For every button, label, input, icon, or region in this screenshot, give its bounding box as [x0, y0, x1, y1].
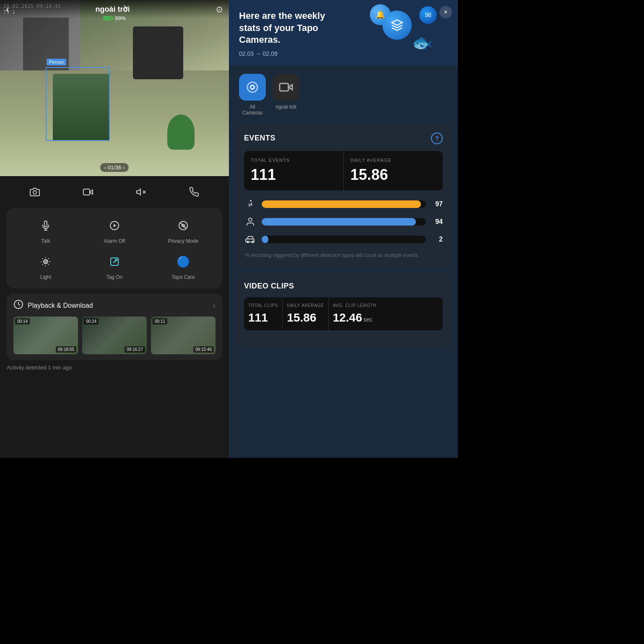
- camera-title: ngoài trời: [96, 5, 130, 14]
- person-bar-row: 97: [244, 198, 443, 210]
- user-icon: [244, 216, 257, 228]
- user-count: 94: [431, 218, 443, 226]
- total-events-value: 111: [251, 166, 337, 184]
- svg-point-26: [251, 85, 254, 89]
- phone-icon: [186, 184, 203, 200]
- weekly-stats-header: × 🔔 ✉ 🐟 Here are the weekly stats of you…: [229, 0, 458, 65]
- tag-on-icon: [105, 252, 124, 271]
- stats-title: Here are the weekly stats of your Tapo C…: [239, 10, 348, 46]
- avg-length-cell: AVG. CLIP LENGTH 12.46sec: [328, 297, 381, 330]
- svg-line-16: [42, 258, 43, 259]
- cam-option-all[interactable]: AllCameras: [239, 74, 266, 116]
- left-panel: Person 10.02.2025 09:19:43 TS i ‹ ngoài …: [0, 0, 229, 458]
- all-cameras-icon: [239, 74, 266, 101]
- svg-marker-1: [90, 190, 93, 194]
- car-bar-fill: [262, 236, 268, 243]
- thumbnail-3[interactable]: 00:11 09:15:46: [151, 317, 216, 354]
- total-events-cell: TOTAL EVENTS 111: [244, 151, 343, 190]
- events-section: EVENTS ? TOTAL EVENTS 111 DAILY AVERAGE …: [236, 124, 451, 267]
- fish-decoration: 🐟: [412, 33, 433, 52]
- svg-line-17: [48, 264, 49, 265]
- daily-avg-cell: DAILY AVERAGE 15.86: [343, 151, 443, 190]
- svg-marker-25: [392, 20, 402, 26]
- playback-arrow[interactable]: ›: [213, 301, 216, 310]
- light-label: Light: [40, 274, 51, 280]
- cam-option-ngoai-troi[interactable]: ngoài trời: [273, 74, 299, 116]
- record-button[interactable]: [80, 184, 96, 200]
- svg-marker-9: [114, 224, 116, 227]
- action-alarm[interactable]: Alarm Off: [82, 216, 147, 244]
- person-count: 97: [431, 200, 443, 208]
- controls-bar: [0, 176, 229, 208]
- talk-icon: [36, 216, 55, 235]
- action-tapo-care[interactable]: 🔵 Tapo Care: [151, 252, 216, 280]
- action-privacy[interactable]: Privacy Mode: [151, 216, 216, 244]
- thumbnail-2[interactable]: 00:24 09:16:27: [82, 317, 147, 354]
- events-title: EVENTS: [244, 134, 275, 143]
- tag-on-label: Tag On: [106, 274, 123, 280]
- camera-icon: [26, 184, 43, 200]
- video-clips-section: VIDEO CLIPS TOTAL CLIPS 111 DAILY AVERAG…: [236, 273, 451, 346]
- avg-length-label: AVG. CLIP LENGTH: [333, 303, 377, 308]
- clips-daily-avg-label: DAILY AVERAGE: [287, 303, 324, 308]
- playback-title: Playback & Download: [28, 302, 93, 309]
- daily-avg-label: DAILY AVERAGE: [351, 158, 436, 163]
- activity-label: Activity detected 1 min ago: [7, 364, 222, 371]
- user-bar-container: [262, 218, 426, 226]
- light-icon: [36, 252, 55, 271]
- car-bar-row: 2: [244, 233, 443, 246]
- svg-rect-2: [83, 189, 90, 195]
- person-bar-fill: [262, 200, 421, 208]
- ngoai-troi-label: ngoài trời: [275, 104, 296, 110]
- settings-button[interactable]: ⊙: [216, 4, 223, 14]
- svg-point-29: [250, 200, 252, 202]
- user-bar-row: 94: [244, 216, 443, 228]
- thumb-duration-2: 00:24: [84, 318, 99, 325]
- screenshot-button[interactable]: [26, 184, 43, 200]
- action-tag-on[interactable]: Tag On: [82, 252, 147, 280]
- right-panel: × 🔔 ✉ 🐟 Here are the weekly stats of you…: [229, 0, 458, 458]
- thumbnails-row: 00:14 09:18:05 00:24 09:16:27 00:11 09:1…: [13, 317, 216, 354]
- alarm-icon: [105, 216, 124, 235]
- events-header: EVENTS ?: [244, 132, 443, 144]
- person-bar-container: [262, 200, 426, 208]
- thumb-duration-3: 00:11: [153, 318, 167, 325]
- svg-rect-28: [280, 83, 288, 91]
- call-button[interactable]: [186, 184, 203, 200]
- tapo-care-label: Tapo Care: [171, 274, 195, 280]
- clips-daily-avg-cell: DAILY AVERAGE 15.86: [282, 297, 328, 330]
- mute-button[interactable]: [132, 184, 149, 200]
- svg-line-11: [180, 223, 186, 229]
- playback-title-row: Playback & Download: [13, 299, 93, 312]
- bubble-container: 🔔 ✉ 🐟: [370, 4, 437, 55]
- clips-stats-grid: TOTAL CLIPS 111 DAILY AVERAGE 15.86 AVG.…: [244, 297, 443, 330]
- tapo-care-icon: 🔵: [174, 252, 192, 271]
- events-disclaimer: *A recording triggered by different dete…: [244, 252, 443, 259]
- back-button[interactable]: ‹: [6, 3, 9, 15]
- car-count: 2: [431, 236, 443, 243]
- privacy-label: Privacy Mode: [168, 238, 199, 244]
- video-icon: [80, 184, 96, 200]
- thumb-time-1: 09:18:05: [56, 346, 76, 353]
- action-light[interactable]: Light: [13, 252, 78, 280]
- thumbnail-1[interactable]: 00:14 09:18:05: [13, 317, 78, 354]
- ngoai-troi-icon: [273, 74, 299, 101]
- playback-icon: [13, 299, 23, 312]
- total-clips-cell: TOTAL CLIPS 111: [244, 297, 282, 330]
- user-bar-fill: [262, 218, 416, 226]
- svg-line-21: [48, 258, 49, 259]
- total-events-label: TOTAL EVENTS: [251, 158, 337, 163]
- privacy-icon: [174, 216, 192, 235]
- close-button[interactable]: ×: [439, 6, 452, 18]
- detection-box: Person: [46, 67, 110, 141]
- stats-content[interactable]: EVENTS ? TOTAL EVENTS 111 DAILY AVERAGE …: [229, 124, 458, 458]
- events-help-button[interactable]: ?: [431, 132, 443, 144]
- battery-fill: [104, 17, 111, 20]
- svg-point-30: [249, 218, 252, 221]
- action-talk[interactable]: Talk: [13, 216, 78, 244]
- events-stats-grid: TOTAL EVENTS 111 DAILY AVERAGE 15.86: [244, 151, 443, 190]
- playback-header: Playback & Download ›: [13, 299, 216, 312]
- camera-selector: AllCameras ngoài trời: [229, 65, 458, 124]
- total-clips-value: 111: [248, 311, 278, 325]
- battery-percentage: 99%: [115, 15, 126, 21]
